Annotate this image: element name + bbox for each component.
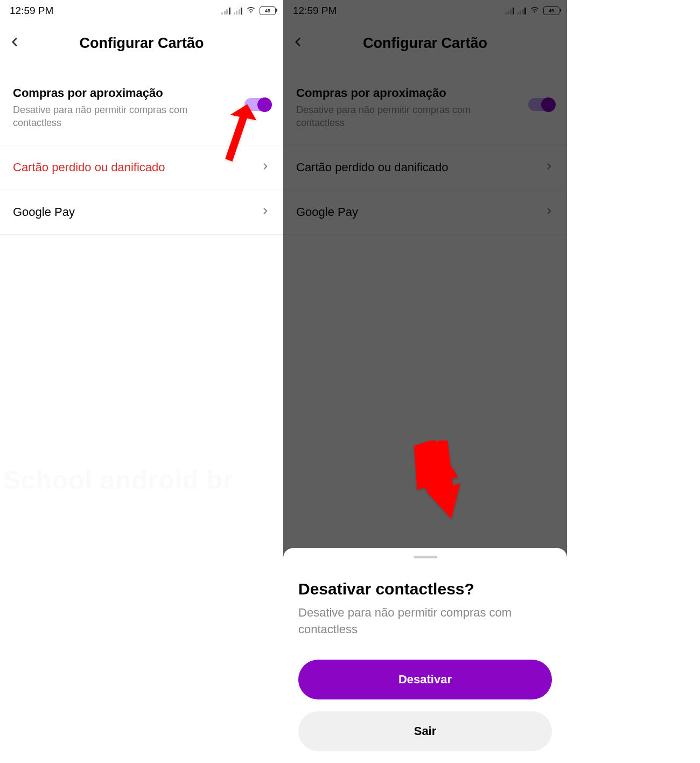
status-icons: 45 [221,4,276,17]
menu-google-pay[interactable]: Google Pay [0,190,283,235]
sheet-title: Desativar contactless? [283,580,567,605]
contactless-toggle[interactable] [244,98,270,111]
contactless-title: Compras por aproximação [13,86,232,100]
nav-header: Configurar Cartão [0,20,283,58]
bottom-sheet: Desativar contactless? Desative para não… [283,548,567,763]
menu-lost-card[interactable]: Cartão perdido ou danificado [0,145,283,190]
deactivate-button[interactable]: Desativar [298,660,552,699]
page-title: Configurar Cartão [8,35,276,52]
contactless-row: Compras por aproximação Desative para nã… [0,76,283,145]
signal-icon-1 [221,7,230,15]
battery-icon: 45 [260,6,276,15]
screen-right: 12:59 PM 45 Confi [283,0,567,763]
exit-button[interactable]: Sair [298,711,552,751]
watermark: School android br [3,465,234,495]
status-time: 12:59 PM [10,5,53,17]
signal-icon-2 [234,7,243,15]
status-bar: 12:59 PM 45 [0,0,283,20]
lost-card-label: Cartão perdido ou danificado [13,160,165,174]
battery-level: 45 [265,8,270,13]
screen-left: 12:59 PM 45 Confi [0,0,283,763]
chevron-right-icon [261,162,270,173]
google-pay-label: Google Pay [13,205,75,219]
wifi-icon [246,4,256,17]
sheet-handle[interactable] [414,556,437,558]
toggle-knob [257,97,272,112]
sheet-description: Desative para não permitir compras com c… [283,605,567,660]
chevron-right-icon [261,206,270,218]
contactless-description: Desative para não permitir compras com c… [13,103,232,130]
content: Compras por aproximação Desative para nã… [0,58,283,235]
contactless-text: Compras por aproximação Desative para nã… [13,86,244,130]
back-button[interactable] [8,35,22,51]
